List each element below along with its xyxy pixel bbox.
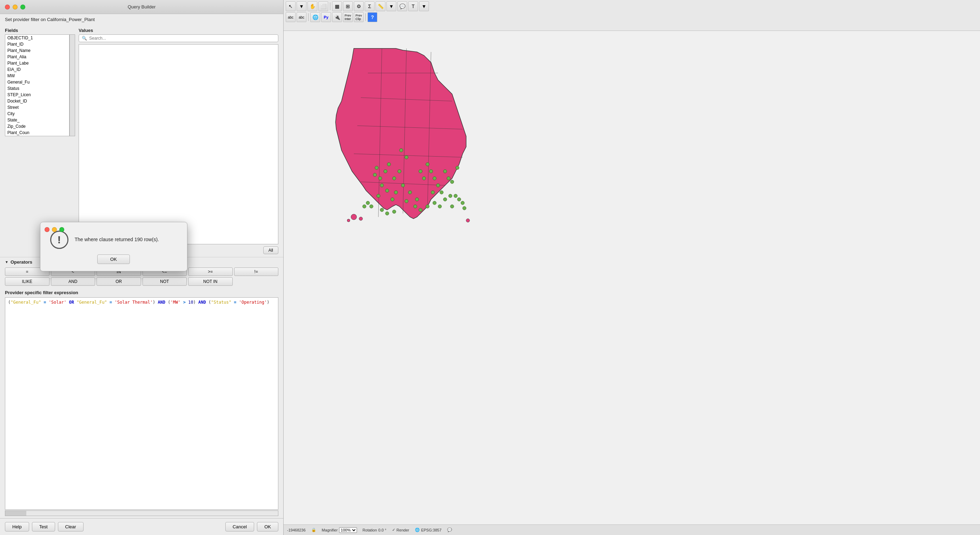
svg-point-42 xyxy=(370,205,373,208)
map-area[interactable] xyxy=(283,31,980,524)
prev-button-1[interactable]: PrevInter xyxy=(343,12,353,22)
svg-point-23 xyxy=(377,194,380,197)
modal-window-controls xyxy=(45,227,64,232)
svg-point-22 xyxy=(373,173,377,177)
modal-message: The where clause returned 190 row(s). xyxy=(75,236,159,243)
svg-point-33 xyxy=(449,194,452,197)
render-label: Render xyxy=(397,528,409,532)
modal-close-button[interactable] xyxy=(45,227,49,232)
svg-point-32 xyxy=(443,197,447,201)
svg-point-52 xyxy=(380,208,383,212)
svg-point-10 xyxy=(393,177,396,180)
epsg-value: EPSG:3857 xyxy=(421,528,442,532)
svg-point-19 xyxy=(385,189,389,193)
toolbar-row-2: abc abc 🌐 Py 🔌 PrevInter PrevClip ? xyxy=(286,12,978,22)
prev-button-2[interactable]: PrevClip xyxy=(354,12,364,22)
svg-point-53 xyxy=(385,212,389,215)
svg-point-45 xyxy=(457,197,461,201)
help-toolbar-button[interactable]: ? xyxy=(368,12,377,22)
stats-button[interactable]: ⊞ xyxy=(343,2,353,11)
modal-content-row: ! The where clause returned 190 row(s). xyxy=(50,231,177,249)
globe-status-icon: 🌐 xyxy=(415,528,420,532)
svg-point-35 xyxy=(447,177,450,180)
sum-button[interactable]: Σ xyxy=(365,2,374,11)
globe-button[interactable]: 🌐 xyxy=(310,12,320,22)
svg-point-46 xyxy=(461,201,465,205)
svg-point-38 xyxy=(399,148,403,152)
text-button[interactable]: T xyxy=(408,2,418,11)
svg-point-49 xyxy=(426,205,429,208)
toolbar: ↖ ▼ ✋ ⬜ ▦ ⊞ ⚙ Σ 📏 ▼ 💬 T ▼ abc abc 🌐 Py 🔌… xyxy=(283,0,980,31)
svg-point-17 xyxy=(379,177,382,180)
svg-point-50 xyxy=(433,201,436,205)
svg-point-26 xyxy=(426,162,429,166)
epsg-area: 🌐 EPSG:3857 xyxy=(415,528,442,532)
svg-point-57 xyxy=(347,219,350,222)
svg-point-34 xyxy=(443,170,447,173)
status-bar: -19468236 🔒 Magnifier 100% Rotation 0.0 … xyxy=(283,524,980,535)
annotation-button[interactable]: 💬 xyxy=(397,2,407,11)
rotation-area: Rotation 0.0 ° xyxy=(363,528,387,532)
svg-point-59 xyxy=(466,219,469,222)
messages-icon: 💬 xyxy=(447,528,452,532)
label-button-1[interactable]: abc xyxy=(286,12,296,22)
select-dropdown-button[interactable]: ▼ xyxy=(297,2,306,11)
svg-point-41 xyxy=(366,201,370,205)
svg-point-55 xyxy=(359,217,363,220)
measure-button[interactable]: 📏 xyxy=(375,2,385,11)
svg-point-9 xyxy=(398,170,401,173)
svg-point-51 xyxy=(438,205,442,208)
rotation-label: Rotation xyxy=(363,528,377,532)
svg-point-36 xyxy=(450,180,454,184)
svg-point-11 xyxy=(401,184,405,187)
checkmark-icon: ✓ xyxy=(392,528,395,532)
measure-dropdown-button[interactable]: ▼ xyxy=(387,2,396,11)
zoom-button[interactable]: ⬜ xyxy=(318,2,328,11)
svg-point-14 xyxy=(415,197,419,201)
svg-point-31 xyxy=(431,191,434,194)
modal-overlay: ! The where clause returned 190 row(s). … xyxy=(0,0,283,535)
svg-point-12 xyxy=(408,191,412,194)
magnifier-label: Magnifier xyxy=(322,528,338,532)
query-builder-panel: Query Builder Set provider filter on Cal… xyxy=(0,0,283,535)
text-dropdown-button[interactable]: ▼ xyxy=(419,2,429,11)
lock-icon: 🔒 xyxy=(311,528,316,532)
svg-point-8 xyxy=(387,162,391,166)
render-area: ✓ Render xyxy=(392,528,409,532)
modal-maximize-button[interactable] xyxy=(59,227,64,232)
settings-button[interactable]: ⚙ xyxy=(354,2,364,11)
toolbar-separator-2 xyxy=(308,13,309,21)
map-panel: ↖ ▼ ✋ ⬜ ▦ ⊞ ⚙ Σ 📏 ▼ 💬 T ▼ abc abc 🌐 Py 🔌… xyxy=(283,0,980,535)
svg-point-48 xyxy=(419,208,422,212)
messages-area: 💬 xyxy=(447,528,452,532)
svg-point-47 xyxy=(414,205,417,208)
warning-icon: ! xyxy=(50,231,68,249)
svg-point-54 xyxy=(393,210,396,213)
table-button[interactable]: ▦ xyxy=(332,2,342,11)
svg-point-44 xyxy=(454,194,457,197)
select-tool-button[interactable]: ↖ xyxy=(286,2,296,11)
svg-point-15 xyxy=(405,199,408,203)
modal-ok-button[interactable]: OK xyxy=(97,255,130,264)
magnifier-area: Magnifier 100% xyxy=(322,527,357,533)
svg-point-28 xyxy=(433,177,436,180)
svg-point-39 xyxy=(405,156,408,159)
rotation-value: 0.0 ° xyxy=(379,528,387,532)
svg-point-37 xyxy=(456,166,459,170)
svg-point-29 xyxy=(436,184,440,187)
magnifier-select[interactable]: 100% xyxy=(339,527,357,533)
svg-point-21 xyxy=(375,166,379,170)
svg-point-24 xyxy=(422,177,426,180)
svg-point-25 xyxy=(429,170,433,173)
lock-icon-area: 🔒 xyxy=(311,528,316,532)
toolbar-row-1: ↖ ▼ ✋ ⬜ ▦ ⊞ ⚙ Σ 📏 ▼ 💬 T ▼ xyxy=(286,2,978,11)
california-map xyxy=(326,45,477,228)
python-button[interactable]: Py xyxy=(321,12,331,22)
coordinate-value: -19468236 xyxy=(287,528,306,532)
pan-tool-button[interactable]: ✋ xyxy=(307,2,317,11)
svg-point-27 xyxy=(419,170,422,173)
label-button-2[interactable]: abc xyxy=(297,12,306,22)
modal-minimize-button[interactable] xyxy=(52,227,57,232)
svg-point-40 xyxy=(363,205,366,208)
plugin-button[interactable]: 🔌 xyxy=(332,12,342,22)
